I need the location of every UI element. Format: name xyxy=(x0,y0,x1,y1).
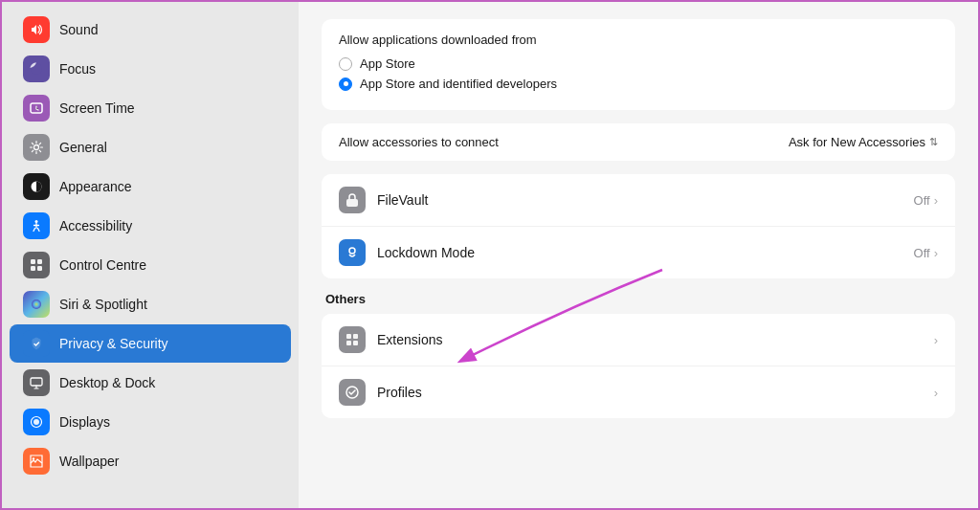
accessibility-icon xyxy=(23,212,50,239)
sidebar-item-general[interactable]: General xyxy=(10,128,291,166)
svg-point-12 xyxy=(33,457,34,459)
privacy-label: Privacy & Security xyxy=(59,336,168,351)
privacy-icon xyxy=(23,330,50,357)
svg-rect-5 xyxy=(37,259,42,264)
radio-appstore-identified[interactable] xyxy=(339,78,352,91)
sidebar-item-controlcentre[interactable]: Control Centre xyxy=(10,246,291,284)
svg-rect-13 xyxy=(346,199,358,207)
accessibility-label: Accessibility xyxy=(59,218,132,233)
displays-label: Displays xyxy=(59,414,110,430)
sound-icon xyxy=(23,16,50,43)
lockdown-chevron: › xyxy=(934,246,938,260)
svg-rect-4 xyxy=(31,259,35,264)
sidebar-item-accessibility[interactable]: Accessibility xyxy=(10,207,291,245)
svg-rect-9 xyxy=(31,378,42,386)
filevault-icon xyxy=(339,187,366,213)
others-header: Others xyxy=(322,292,955,306)
general-label: General xyxy=(59,140,107,155)
svg-point-3 xyxy=(35,220,38,223)
lockdown-value: Off xyxy=(914,246,930,260)
sidebar-item-appearance[interactable]: Appearance xyxy=(10,167,291,206)
extensions-row[interactable]: Extensions › xyxy=(322,314,955,366)
displays-icon xyxy=(23,409,50,435)
focus-label: Focus xyxy=(59,61,96,77)
general-icon xyxy=(23,134,50,161)
sidebar-item-siri[interactable]: Siri & Spotlight xyxy=(10,285,291,323)
sidebar-item-wallpaper[interactable]: Wallpaper xyxy=(10,442,291,480)
focus-icon xyxy=(23,55,50,82)
profiles-row[interactable]: Profiles › xyxy=(322,366,955,418)
appearance-label: Appearance xyxy=(59,179,132,194)
lockdown-icon xyxy=(339,239,366,266)
radio-appstore-identified-label: App Store and identified developers xyxy=(360,77,557,91)
siri-label: Siri & Spotlight xyxy=(59,297,147,312)
siri-icon xyxy=(23,291,50,318)
wallpaper-label: Wallpaper xyxy=(59,454,120,469)
radio-appstore-row[interactable]: App Store xyxy=(339,56,938,71)
svg-point-14 xyxy=(349,248,355,254)
controlcentre-label: Control Centre xyxy=(59,257,146,273)
controlcentre-icon xyxy=(23,252,50,278)
sidebar-item-screentime[interactable]: Screen Time xyxy=(10,89,291,127)
svg-rect-7 xyxy=(37,266,42,271)
profiles-icon xyxy=(339,379,366,406)
filevault-lockdown-card: FileVault Off › Lockdown Mode Off › xyxy=(322,174,955,278)
extensions-icon xyxy=(339,326,366,353)
desktop-icon xyxy=(23,369,50,396)
wallpaper-icon xyxy=(23,448,50,475)
extensions-chevron: › xyxy=(934,333,938,347)
sidebar-item-privacy[interactable]: Privacy & Security xyxy=(10,324,291,363)
radio-appstore-identified-row[interactable]: App Store and identified developers xyxy=(339,77,938,91)
desktop-label: Desktop & Dock xyxy=(59,375,155,390)
sidebar-item-displays[interactable]: Displays xyxy=(10,403,291,441)
main-content: Allow applications downloaded from App S… xyxy=(299,2,978,508)
svg-rect-6 xyxy=(31,266,35,271)
filevault-chevron: › xyxy=(934,193,938,208)
svg-rect-18 xyxy=(353,341,358,345)
allow-downloads-title: Allow applications downloaded from xyxy=(339,33,938,47)
others-card: Extensions › Profiles › xyxy=(322,314,955,418)
screentime-label: Screen Time xyxy=(59,100,135,116)
profiles-label: Profiles xyxy=(377,385,934,400)
filevault-label: FileVault xyxy=(377,192,914,208)
radio-appstore[interactable] xyxy=(339,57,352,71)
accessories-value: Ask for New Accessories xyxy=(789,135,925,149)
lockdown-label: Lockdown Mode xyxy=(377,245,914,260)
filevault-row[interactable]: FileVault Off › xyxy=(322,174,955,227)
lockdown-row[interactable]: Lockdown Mode Off › xyxy=(322,227,955,278)
accessories-label: Allow accessories to connect xyxy=(339,135,499,149)
allow-downloads-section: Allow applications downloaded from App S… xyxy=(322,19,955,110)
svg-point-10 xyxy=(33,419,39,425)
sidebar-item-desktop[interactable]: Desktop & Dock xyxy=(10,364,291,402)
svg-point-8 xyxy=(32,299,41,309)
screentime-icon xyxy=(23,95,50,122)
sidebar: SoundFocusScreen TimeGeneralAppearanceAc… xyxy=(2,2,299,508)
svg-point-1 xyxy=(34,145,39,150)
stepper-icon: ⇅ xyxy=(929,136,938,148)
radio-appstore-label: App Store xyxy=(360,56,415,71)
sidebar-item-focus[interactable]: Focus xyxy=(10,50,291,88)
accessories-row: Allow accessories to connect Ask for New… xyxy=(322,123,955,161)
svg-rect-17 xyxy=(346,341,351,345)
sidebar-item-sound[interactable]: Sound xyxy=(10,11,291,49)
svg-rect-16 xyxy=(353,334,358,339)
accessories-select[interactable]: Ask for New Accessories ⇅ xyxy=(789,135,938,149)
extensions-label: Extensions xyxy=(377,332,934,347)
sound-label: Sound xyxy=(59,22,98,37)
appearance-icon xyxy=(23,173,50,200)
profiles-chevron: › xyxy=(934,386,938,400)
svg-rect-15 xyxy=(346,334,351,339)
filevault-value: Off xyxy=(914,193,930,208)
